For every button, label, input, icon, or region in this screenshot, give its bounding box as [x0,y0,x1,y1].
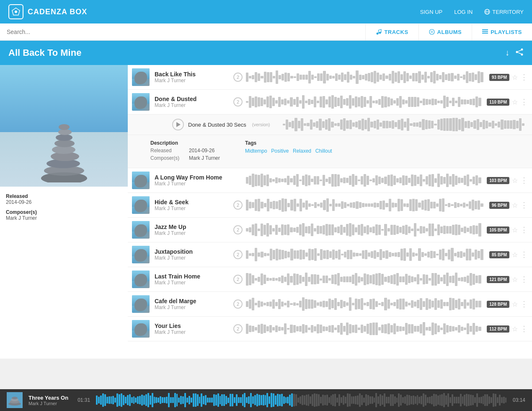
favorite-button[interactable]: ☆ [512,98,518,106]
bpm-badge: 85 BPM [489,251,509,258]
favorite-button[interactable]: ☆ [512,300,518,308]
svg-point-27 [41,172,87,182]
track-info: A Long Way From Home Mark J Turner [150,174,233,187]
waveform[interactable] [283,117,524,132]
search-bar: TRACKS ALBUMS PLAYLISTS [0,23,532,41]
main-content: Released 2014-09-26 Composer(s) Mark J T… [0,65,532,359]
track-artist: Mark J Turner [155,280,228,286]
track-menu-button[interactable]: ⋮ [520,324,528,333]
tag-midtempo[interactable]: Midtempo [245,148,267,154]
login-link[interactable]: LOG IN [454,9,473,15]
track-menu-button[interactable]: ⋮ [520,250,528,259]
track-info: Juxtaposition Mark J Turner [150,248,233,261]
track-artist: Mark J Turner [155,206,228,211]
track-artist: Mark J Turner [155,181,228,187]
album-icon [429,29,435,35]
track-name: Done & Dusted [155,96,228,102]
svg-line-16 [518,50,521,51]
playlist-title: All Back To Mine [8,47,81,58]
favorite-button[interactable]: ☆ [512,251,518,259]
favorite-button[interactable]: ☆ [512,226,518,234]
favorite-button[interactable]: ☆ [512,276,518,284]
svg-rect-11 [482,33,488,34]
favorite-button[interactable]: ☆ [512,201,518,209]
favorite-button[interactable]: ☆ [512,325,518,333]
tags-list: Midtempo Positive Relaxed Chillout [245,148,335,154]
logo-text: CADENZA BOX [28,8,87,16]
favorite-button[interactable]: ☆ [512,73,518,81]
waveform[interactable] [246,198,483,213]
bpm-badge: 93 BPM [489,74,509,81]
waveform[interactable] [246,247,483,262]
track-row: Done & Dusted Mark J Turner 2 110 BPM ☆ … [128,90,532,114]
released-label: Released [6,193,122,199]
tag-chillout[interactable]: Chillout [315,148,332,154]
track-row: Jazz Me Up Mark J Turner 2 105 BPM ☆ ⋮ [128,218,532,242]
tab-playlists[interactable]: PLAYLISTS [472,24,532,40]
rock-stack-illustration [39,90,89,182]
tag-relaxed[interactable]: Relaxed [293,148,311,154]
description-label: Description [150,140,220,146]
header-nav: SIGN UP LOG IN TERRITORY [420,9,524,15]
tags-label: Tags [245,140,335,146]
track-menu-button[interactable]: ⋮ [520,299,528,309]
track-version-count: 2 [233,324,243,333]
waveform[interactable] [246,321,481,336]
waveform[interactable] [246,173,481,188]
track-artist: Mark J Turner [155,329,228,335]
tracks-tab-label: TRACKS [384,29,408,35]
tab-albums[interactable]: ALBUMS [418,24,472,40]
favorite-button[interactable]: ☆ [512,177,518,185]
play-button[interactable] [172,119,184,130]
waveform[interactable] [246,222,481,237]
composer-val: Mark J Turner [189,155,220,161]
bpm-badge: 105 BPM [487,226,509,234]
track-thumbnail [132,172,150,189]
track-artist: Mark J Turner [155,78,228,83]
album-info: Released 2014-09-26 Composer(s) Mark J T… [0,187,128,232]
bpm-badge: 96 BPM [489,202,509,209]
track-version-count: 2 [233,97,243,107]
tag-positive[interactable]: Positive [271,148,289,154]
track-menu-button[interactable]: ⋮ [520,97,528,107]
waveform[interactable] [246,297,481,312]
share-button[interactable] [515,48,524,58]
track-menu-button[interactable]: ⋮ [520,275,528,284]
svg-point-14 [516,51,518,53]
track-name: Juxtaposition [155,248,228,255]
track-thumbnail [132,320,150,338]
track-version-count: 2 [233,73,243,82]
track-version-count: 2 [233,275,243,284]
search-input[interactable] [0,23,365,40]
version-tag: (version) [252,122,270,127]
track-name: Your Lies [155,323,228,329]
track-artist: Mark J Turner [155,304,228,310]
svg-rect-9 [482,29,488,30]
tab-tracks[interactable]: TRACKS [365,24,418,40]
composer-value: Mark J Turner [6,215,122,221]
detail-row: Released 2014-09-26 [150,148,220,153]
track-row: A Long Way From Home Mark J Turner 103 B… [128,168,532,193]
download-button[interactable]: ↓ [505,48,509,58]
track-thumbnail [132,68,150,86]
track-row: Last Train Home Mark J Turner 2 121 BPM … [128,267,532,292]
territory-link[interactable]: TERRITORY [484,9,524,15]
signup-link[interactable]: SIGN UP [420,9,442,15]
waveform[interactable] [246,272,481,287]
waveform[interactable] [246,70,483,85]
track-menu-button[interactable]: ⋮ [520,176,528,185]
bpm-badge: 121 BPM [487,276,509,283]
track-menu-button[interactable]: ⋮ [520,200,528,210]
track-name: Hide & Seek [155,199,228,206]
track-menu-button[interactable]: ⋮ [520,73,528,82]
album-sidebar: Released 2014-09-26 Composer(s) Mark J T… [0,65,128,359]
track-thumbnail [132,221,150,239]
svg-point-15 [521,53,523,55]
waveform[interactable] [246,94,481,109]
playlist-actions: ↓ [505,48,524,58]
track-thumbnail [132,271,150,288]
track-menu-button[interactable]: ⋮ [520,225,528,234]
logo[interactable]: CADENZA BOX [8,4,87,19]
track-thumbnail [132,196,150,214]
track-info: Cafe del Marge Mark J Turner [150,298,233,310]
